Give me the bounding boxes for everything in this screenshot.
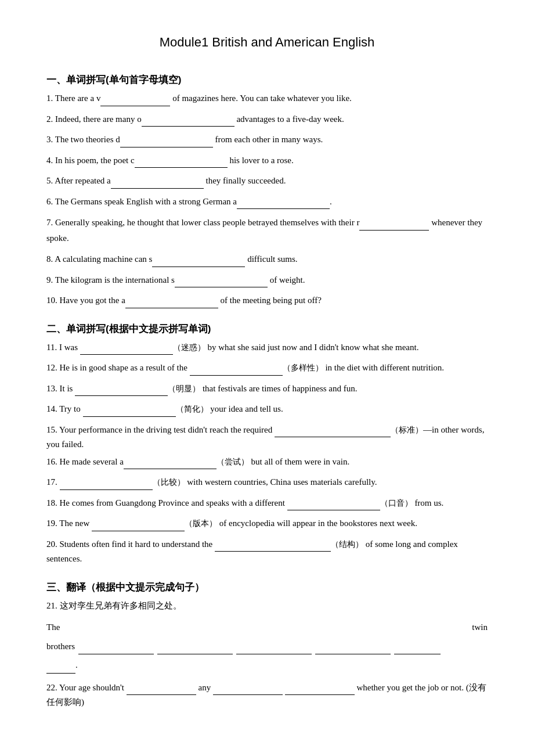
q21-blank5[interactable]	[394, 645, 441, 655]
page-title: Module1 British and American English	[46, 35, 488, 50]
question-14: 14. Try to （简化） your idea and tell us.	[46, 402, 488, 417]
q17-text: with western countries, China uses mater…	[185, 477, 377, 487]
q3-blank[interactable]	[120, 138, 213, 147]
q18-num: 18. He comes from Guangdong Province and…	[46, 498, 287, 507]
question-18: 18. He comes from Guangdong Province and…	[46, 496, 488, 511]
question-22: 22. Your age shouldn't any whether you g…	[46, 681, 488, 710]
section1-heading: 一、单词拼写(单句首字母填空)	[46, 73, 488, 87]
q20-blank[interactable]	[215, 542, 331, 552]
q21-num: 21. 这对孪生兄弟有许多相同之处。	[46, 601, 182, 610]
q6-blank[interactable]	[237, 200, 330, 210]
q4-text: his lover to a rose.	[228, 156, 294, 165]
question-10: 10. Have you got the a of the meeting be…	[46, 293, 488, 308]
q21-blank3[interactable]	[236, 645, 312, 655]
question-21-chinese: 21. 这对孪生兄弟有许多相同之处。	[46, 599, 488, 614]
q21-blank1[interactable]	[78, 645, 154, 655]
q22-num: 22. Your age shouldn't	[46, 683, 127, 692]
q1-text: of magazines here. You can take whatever…	[170, 93, 351, 103]
question-3: 3. The two theories d from each other in…	[46, 132, 488, 147]
q18-hint: （口音）	[380, 498, 413, 507]
q17-blank[interactable]	[60, 480, 153, 490]
q2-num: 2. Indeed, there are many o	[46, 114, 142, 124]
q6-text: .	[330, 197, 332, 206]
q21-twin: twin	[472, 619, 488, 636]
question-12: 12. He is in good shape as a result of t…	[46, 361, 488, 376]
q2-text: advantages to a five-day week.	[234, 114, 344, 124]
q17-num: 17.	[46, 477, 60, 487]
q5-blank[interactable]	[111, 179, 204, 189]
question-4: 4. In his poem, the poet c his lover to …	[46, 153, 488, 168]
q16-text: but all of them were in vain.	[249, 457, 349, 466]
q12-text: in the diet with different nutrition.	[323, 363, 444, 372]
q19-num: 19. The new	[46, 519, 92, 528]
q14-hint: （简化）	[176, 404, 208, 413]
question-19: 19. The new （版本） of encyclopedia will ap…	[46, 516, 488, 531]
q10-blank[interactable]	[125, 298, 218, 308]
q9-blank[interactable]	[175, 278, 268, 288]
q13-text: that festivals are times of happiness an…	[200, 384, 357, 393]
question-20: 20. Students often find it hard to under…	[46, 537, 488, 567]
q22-blank2[interactable]	[213, 686, 283, 696]
q14-text: your idea and tell us.	[208, 404, 283, 413]
q5-text: they finally succeeded.	[204, 176, 286, 185]
q15-hint: （标准）	[391, 425, 423, 434]
q13-hint: （明显）	[168, 384, 200, 393]
q3-num: 3. The two theories d	[46, 135, 120, 144]
question-11: 11. I was （迷惑） by what she said just now…	[46, 340, 488, 355]
q10-text: of the meeting being put off?	[218, 296, 322, 305]
question-9: 9. The kilogram is the international s o…	[46, 273, 488, 288]
q21-the: The	[46, 619, 60, 636]
q21-blank6[interactable]	[46, 664, 75, 674]
q4-blank[interactable]	[135, 159, 228, 168]
question-7: 7. Generally speaking, he thought that l…	[46, 215, 488, 246]
q9-num: 9. The kilogram is the international s	[46, 275, 175, 285]
q19-text: of encyclopedia will appear in the books…	[217, 519, 417, 528]
q12-num: 12. He is in good shape as a result of t…	[46, 363, 190, 372]
q1-num: 1. There are a v	[46, 93, 100, 103]
q20-num: 20. Students often find it hard to under…	[46, 539, 215, 549]
q6-num: 6. The Germans speak English with a stro…	[46, 197, 237, 206]
q18-blank[interactable]	[287, 501, 380, 511]
q22-any: any	[196, 683, 213, 692]
q1-blank[interactable]	[100, 96, 170, 106]
q2-blank[interactable]	[142, 117, 234, 127]
question-2: 2. Indeed, there are many o advantages t…	[46, 112, 488, 127]
q16-blank[interactable]	[124, 460, 217, 470]
q20-hint: （结构）	[331, 539, 363, 549]
q14-num: 14. Try to	[46, 404, 83, 413]
question-1: 1. There are a v of magazines here. You …	[46, 91, 488, 106]
q9-text: of weight.	[268, 275, 305, 285]
q13-blank[interactable]	[75, 387, 168, 397]
q22-blank3[interactable]	[285, 686, 355, 696]
q11-hint: （迷惑）	[173, 343, 205, 352]
q15-blank[interactable]	[275, 428, 391, 438]
q11-text: by what she said just now and I didn't k…	[205, 343, 419, 352]
q21-blank2[interactable]	[157, 645, 233, 655]
q19-blank[interactable]	[92, 521, 185, 531]
q11-blank[interactable]	[80, 345, 173, 355]
q12-hint: （多样性）	[283, 363, 323, 372]
q16-num: 16. He made several a	[46, 457, 124, 466]
question-15: 15. Your performance in the driving test…	[46, 423, 488, 452]
question-5: 5. After repeated a they finally succeed…	[46, 174, 488, 189]
q19-hint: （版本）	[185, 519, 217, 528]
question-17: 17. （比较） with western countries, China u…	[46, 475, 488, 490]
q10-num: 10. Have you got the a	[46, 296, 125, 305]
q18-text: from us.	[413, 498, 444, 507]
question-8: 8. A calculating machine can s difficult…	[46, 252, 488, 267]
q14-blank[interactable]	[83, 407, 176, 417]
q4-num: 4. In his poem, the poet c	[46, 156, 135, 165]
q22-blank1[interactable]	[127, 686, 196, 696]
q21-blank4[interactable]	[315, 645, 391, 655]
q12-blank[interactable]	[190, 366, 283, 376]
q8-num: 8. A calculating machine can s	[46, 254, 152, 264]
q11-num: 11. I was	[46, 343, 80, 352]
question-13: 13. It is （明显） that festivals are times …	[46, 381, 488, 397]
section2-heading: 二、单词拼写(根据中文提示拼写单词)	[46, 322, 488, 336]
q5-num: 5. After repeated a	[46, 176, 111, 185]
q3-text: from each other in many ways.	[213, 135, 323, 144]
q8-blank[interactable]	[152, 257, 245, 267]
q13-num: 13. It is	[46, 384, 75, 393]
q21-brothers: brothers	[46, 638, 75, 655]
q7-blank[interactable]	[359, 221, 429, 231]
